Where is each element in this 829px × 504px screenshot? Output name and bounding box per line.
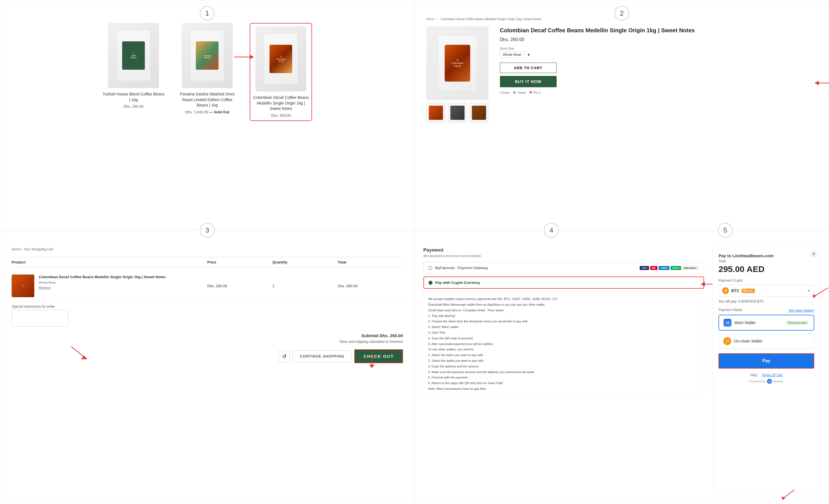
add-to-cart-button[interactable]: ADD TO CART xyxy=(500,63,556,73)
why-mixin-link[interactable]: Why Mixin Wallet? xyxy=(789,309,814,312)
crypto-option-label: Pay with Crypto Currency xyxy=(435,280,480,285)
payment-title: Payment xyxy=(424,247,704,253)
thumbnail-2[interactable] xyxy=(448,103,467,123)
mixin-wallet-option[interactable]: M Mixin Wallet Recommended xyxy=(718,315,814,331)
cart-home-link[interactable]: Home xyxy=(12,247,21,251)
crypto-name: BTC xyxy=(731,288,740,293)
onchain-wallet-label: On-chain Wallet xyxy=(734,339,762,343)
products-row: 🌿CoffeeBeans Turkish House Blend Coffee … xyxy=(102,23,312,121)
onchain-wallet-option[interactable]: ⬡ On-chain Wallet xyxy=(718,334,814,349)
panel-product-listing: 1 🌿CoffeeBeans Turkish House Blend Coffe… xyxy=(0,0,414,230)
arrow-svg-btc xyxy=(811,286,829,298)
product-price-2: Dhs. 1,040.00 — Sold Out xyxy=(185,110,229,114)
product-bag-design: 🍂ColombianDecaf xyxy=(445,45,470,82)
share-link[interactable]: f Share xyxy=(500,91,510,94)
crypto-badge: Bitcoin xyxy=(742,289,755,293)
product-detail-title: Colombian Decaf Coffee Beans Medellin Si… xyxy=(500,26,818,34)
onchain-icon: ⬡ xyxy=(723,337,731,345)
product-name-3: Colombian Decaf Coffee Beans Medellin Si… xyxy=(253,95,309,112)
amex-badge: AMEX xyxy=(659,266,670,270)
cart-item-variant: Whole Bean xyxy=(39,281,166,284)
special-instructions-input[interactable] xyxy=(12,310,68,327)
breadcrumb-home[interactable]: Home xyxy=(426,17,434,21)
remove-item-link[interactable]: Remove xyxy=(39,286,166,289)
step-2-circle: 2 xyxy=(614,6,629,21)
mc-badge: MC xyxy=(650,266,657,270)
terms-link[interactable]: Terms Of Use xyxy=(762,373,783,377)
pay-widget: ✕ Pay to Lionheadbeans.com Total 295.00 … xyxy=(713,247,820,492)
tweet-link[interactable]: 🐦 Tweet xyxy=(513,91,526,94)
cart-item-total: Dhs. 260.00 xyxy=(337,284,403,288)
btc-icon: ₿ xyxy=(722,287,729,294)
pay-button[interactable]: Pay xyxy=(718,353,814,369)
product-image-3: 🍂ColombianDecaf xyxy=(255,26,307,91)
pay-to-title: Pay to Lionheadbeans.com xyxy=(718,253,814,258)
crypto-dropdown[interactable]: ₿ BTC Bitcoin ▼ xyxy=(718,285,814,297)
btc-dropdown-arrow xyxy=(811,286,829,299)
crypto-info-box: We accept multiple crypto-currency payme… xyxy=(424,292,704,397)
product-card-1[interactable]: 🌿CoffeeBeans Turkish House Blend Coffee … xyxy=(102,23,165,109)
cart-item-quantity: 1 xyxy=(273,284,337,288)
tax-note: Taxes and shipping calculated at checkou… xyxy=(339,340,403,344)
product-bag-detail: 🍂ColombianDecaf xyxy=(438,35,477,91)
product-detail-price: Dhs. 260.00 xyxy=(500,37,818,42)
continue-to-checkout-arrow xyxy=(68,344,91,361)
thumbnail-3[interactable] xyxy=(469,103,489,123)
product-detail-images: 🍂ColombianDecaf xyxy=(426,26,489,123)
help-link[interactable]: Help xyxy=(750,373,757,377)
payment-option-crypto[interactable]: Pay with Crypto Currency xyxy=(424,276,704,289)
powered-by: Powered by M MixPay xyxy=(718,379,814,384)
arrow-svg-1 xyxy=(233,51,255,63)
total-amount: 295.00 AED xyxy=(718,264,814,274)
svg-marker-11 xyxy=(813,294,816,298)
bag-label-1: 🌿CoffeeBeans xyxy=(122,41,145,70)
btc-amount: You will pay: 0.00367623 BTC xyxy=(718,300,814,303)
terms-arrow xyxy=(780,489,797,501)
svg-marker-7 xyxy=(81,355,87,359)
col-total: Total xyxy=(337,260,403,264)
step-1-circle: 1 xyxy=(200,6,215,21)
buy-now-container: BUY IT NOW xyxy=(500,76,818,87)
cart-item-details: Colombian Decaf Coffee Beans Medellin Si… xyxy=(39,274,166,289)
payment-crypto-label: Payment Crypto xyxy=(718,278,814,282)
cart-item: 🍂 Colombian Decaf Coffee Beans Medellin … xyxy=(12,270,403,302)
visa-badge: VISA xyxy=(640,266,649,270)
step-5-circle: 5 xyxy=(718,223,733,238)
svg-marker-1 xyxy=(250,55,254,59)
total-label: Total xyxy=(718,259,814,263)
svg-line-10 xyxy=(814,288,828,296)
subtotal-line: Subtotal Dhs. 260.00 xyxy=(361,333,403,338)
buy-now-button[interactable]: BUY IT NOW xyxy=(500,76,556,87)
special-instructions-label: Special instructions for seller xyxy=(12,305,403,309)
and-more-badge: and more... xyxy=(682,266,699,270)
cart-breadcrumb: Home › Your Shopping Cart xyxy=(12,247,403,251)
panel-payment: 4 5 Payment All transactions are secure … xyxy=(414,230,829,504)
payment-option-gateway[interactable]: MyFatoorah - Payment Gateway VISA MC AME… xyxy=(424,262,704,274)
bag-label-3: 🍂ColombianDecaf xyxy=(269,45,292,73)
pin-it-link[interactable]: 📌 Pin it xyxy=(529,91,540,94)
main-product-image: 🍂ColombianDecaf xyxy=(426,26,489,100)
step-4-circle: 4 xyxy=(544,223,558,238)
product-card-2[interactable]: 🌺PanamaGeisha Panama Geisha Washed Omni … xyxy=(176,23,238,114)
refresh-button[interactable]: ↺ xyxy=(279,351,290,362)
mixpay-logo: M xyxy=(767,379,772,384)
col-quantity: Quantity xyxy=(273,260,337,264)
dropdown-arrow-icon: ▼ xyxy=(807,289,810,293)
grind-select-box[interactable]: Whole Bean xyxy=(500,51,525,58)
arrow-svg-ct xyxy=(68,344,91,361)
product-card-3[interactable]: 🍂ColombianDecaf Colombian Decaf Coffee B… xyxy=(250,23,312,121)
close-button[interactable]: ✕ xyxy=(810,250,817,257)
grind-label: Grind Size xyxy=(500,47,818,50)
panel-shopping-cart: 3 Home › Your Shopping Cart Product Pric… xyxy=(0,230,414,504)
mixin-wallet-label: Mixin Wallet xyxy=(734,320,756,325)
checkout-arrow-indicator xyxy=(363,354,380,369)
arrow-svg-terms xyxy=(780,489,797,500)
arrow-svg-checkout xyxy=(363,354,380,368)
wallet-header: Payment Wallet Why Mixin Wallet? xyxy=(718,308,814,313)
svg-line-12 xyxy=(783,490,794,498)
thumbnail-1[interactable] xyxy=(426,103,445,123)
col-price: Price xyxy=(207,260,273,264)
continue-shopping-button[interactable]: CONTINUE SHOPPING xyxy=(293,350,352,362)
product-image-1: 🌿CoffeeBeans xyxy=(108,23,159,88)
cart-buttons: ↺ CONTINUE SHOPPING CHECK OUT xyxy=(12,349,403,363)
